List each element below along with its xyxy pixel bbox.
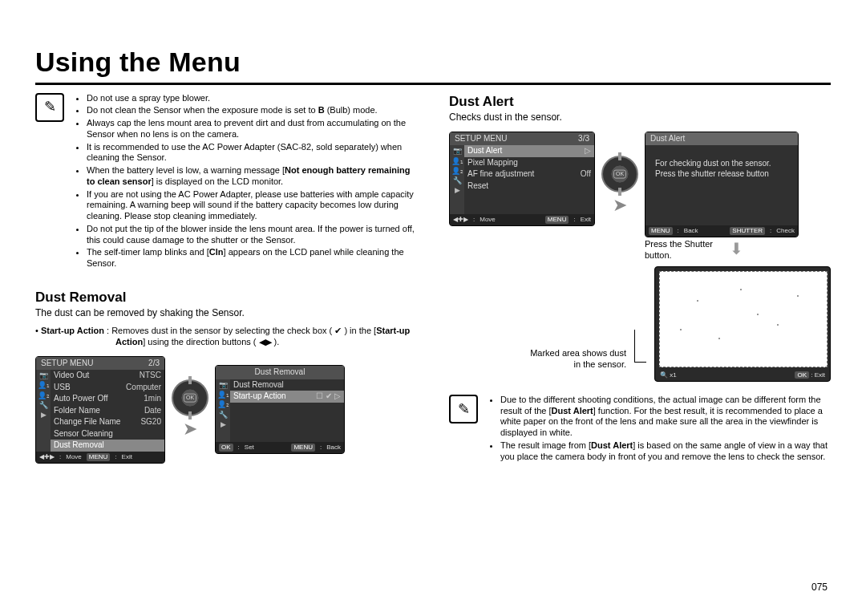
page-number: 075 — [811, 582, 828, 594]
menu-item: USBComputer — [51, 382, 164, 394]
dust-alert-subtitle: Checks dust in the sensor. — [449, 111, 831, 124]
marked-area-caption: Marked area shows dust in the sensor. — [522, 348, 626, 382]
menu-item: Dust Removal — [230, 379, 344, 391]
leader-line — [634, 330, 646, 363]
note-item: When the battery level is low, a warning… — [87, 165, 419, 188]
menu-item: Folder NameDate — [51, 405, 164, 417]
menu-item: Reset — [464, 180, 594, 192]
note-item: Due to the different shooting conditions… — [500, 395, 831, 439]
note-item: It is recommended to use the AC Power Ad… — [87, 142, 419, 164]
menu-item: Auto Power Off1min — [51, 393, 164, 405]
note-item: Do not put the tip of the blower inside … — [87, 224, 419, 246]
note-item: The result image from [Dust Alert] is ba… — [500, 440, 831, 463]
section-dust-alert: Dust Alert — [449, 93, 831, 110]
menu-item: Change File NameSG20 — [51, 416, 164, 428]
note-item: Do not clean the Sensor when the exposur… — [87, 105, 419, 116]
menu-item: Dust Removal — [51, 440, 164, 452]
lcd-dust-alert-prompt: Dust Alert For checking dust on the sens… — [645, 132, 799, 238]
note-item: The self-timer lamp blinks and [Cln] app… — [87, 247, 419, 270]
menu-item: Start-up Action☐ ✔ ▷ — [230, 391, 344, 403]
title-rule — [35, 83, 831, 85]
dust-preview-screen: 🔍 x1 OK : Exit — [654, 266, 831, 382]
menu-item: AF fine adjustmentOff — [464, 168, 594, 180]
lcd-dust-removal: Dust Removal 📷👤₁👤₂🔧▶ Dust RemovalStart-u… — [215, 365, 345, 454]
page-title: Using the Menu — [35, 45, 831, 79]
section-dust-removal: Dust Removal — [35, 289, 419, 306]
arrow-right-icon: ➤ — [183, 418, 197, 440]
note-item: If you are not using the AC Power Adapte… — [87, 189, 419, 222]
menu-item: Video OutNTSC — [51, 370, 164, 382]
menu-item: Dust Alert▷ — [464, 145, 594, 157]
arrow-down-icon: ⬇ — [730, 239, 743, 259]
menu-item: Sensor Cleaning — [51, 428, 164, 440]
lcd-tab-icons: 📷👤₁👤₂🔧▶ — [36, 370, 51, 452]
arrow-right-icon: ➤ — [613, 194, 627, 217]
note-list: Due to the different shooting conditions… — [489, 395, 831, 464]
note-item: Do not use a spray type blower. — [87, 93, 419, 104]
note-list: Do not use a spray type blower.Do not cl… — [75, 93, 419, 271]
menu-item: Pixel Mapping — [464, 157, 594, 169]
note-item: Always cap the lens mount area to preven… — [87, 118, 419, 140]
dust-removal-subtitle: The dust can be removed by shaking the S… — [35, 307, 419, 319]
direction-pad-icon: OK — [172, 379, 208, 416]
press-shutter-caption: Press the Shutter button. — [645, 239, 725, 261]
note-icon: ✎ — [449, 395, 478, 424]
startup-action-desc: • Start-up Action : Removes dust in the … — [35, 326, 419, 348]
note-icon: ✎ — [35, 93, 64, 122]
direction-pad-icon: OK — [601, 156, 638, 192]
lcd-setup-menu-3-3: SETUP MENU3/3 📷👤₁👤₂🔧▶ Dust Alert▷Pixel M… — [449, 132, 595, 227]
lcd-setup-menu-2-3: SETUP MENU2/3 📷👤₁👤₂🔧▶ Video OutNTSCUSBCo… — [35, 356, 165, 464]
